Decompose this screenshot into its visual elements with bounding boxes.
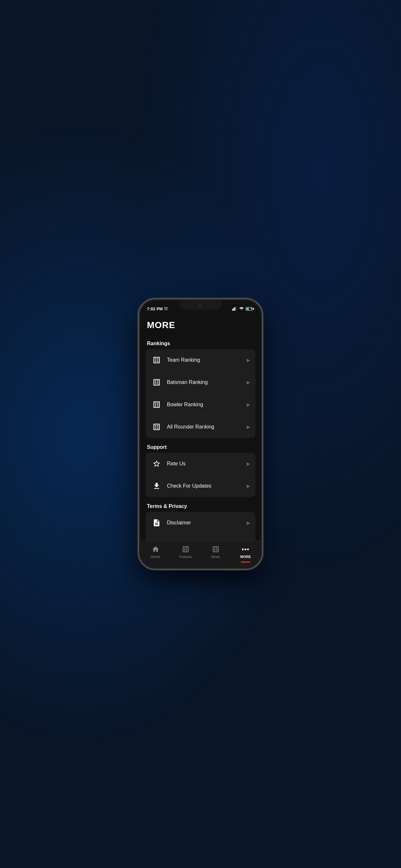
team-ranking-arrow: ▶ (247, 358, 250, 363)
disclaimer-arrow: ▶ (247, 520, 250, 525)
page-title: MORE (147, 320, 254, 330)
svg-rect-0 (232, 309, 233, 311)
notch (180, 301, 221, 310)
news-nav-label: News (211, 555, 220, 559)
team-ranking-icon (151, 354, 162, 366)
download-icon (152, 482, 161, 490)
rankings-card: Team Ranking ▶ Batsman Ranking ▶ (146, 349, 255, 438)
table-icon-2 (152, 378, 161, 386)
charging-icon (250, 307, 253, 310)
svg-rect-2 (235, 307, 235, 311)
alarm-icon (164, 307, 168, 311)
check-updates-icon (151, 480, 162, 492)
all-rounder-ranking-icon (151, 421, 162, 433)
battery-icon (246, 307, 254, 311)
support-section: Support Rate Us ▶ (141, 440, 260, 497)
terms-section: Terms & Privacy Disclaimer ▶ (141, 500, 260, 541)
batsman-ranking-arrow: ▶ (247, 380, 250, 385)
fixtures-nav-label: Fixtures (179, 555, 192, 559)
bottom-nav: Home Fixtures Ne (141, 541, 260, 567)
team-ranking-item[interactable]: Team Ranking ▶ (146, 349, 255, 371)
home-nav-icon (151, 545, 160, 554)
more-nav-label: MORE (240, 555, 251, 559)
disclaimer-item[interactable]: Disclaimer ▶ (146, 512, 255, 534)
bowler-ranking-arrow: ▶ (247, 402, 250, 407)
all-rounder-ranking-item[interactable]: All Rounder Ranking ▶ (146, 416, 255, 438)
wifi-icon (239, 307, 244, 311)
terms-header: Terms & Privacy (141, 500, 260, 512)
phone-frame: 7:02 PM (137, 298, 264, 570)
all-rounder-ranking-label: All Rounder Ranking (167, 424, 247, 430)
batsman-ranking-item[interactable]: Batsman Ranking ▶ (146, 371, 255, 394)
table-icon-1 (152, 356, 161, 364)
check-updates-arrow: ▶ (247, 484, 250, 489)
time-display: 7:02 PM (147, 306, 163, 311)
team-ranking-label: Team Ranking (167, 357, 247, 363)
svg-rect-1 (233, 308, 234, 311)
document-icon (152, 519, 161, 527)
bowler-ranking-item[interactable]: Bowler Ranking ▶ (146, 394, 255, 416)
rankings-header: Rankings (141, 337, 260, 349)
all-rounder-ranking-arrow: ▶ (247, 424, 250, 430)
table-icon-4 (152, 423, 161, 431)
table-icon-3 (152, 400, 161, 409)
phone-wrapper: 7:02 PM (137, 298, 264, 570)
fixtures-nav-icon (181, 545, 190, 554)
nav-more[interactable]: ••• MORE (230, 544, 260, 560)
news-icon (212, 546, 220, 553)
app-content[interactable]: MORE Rankings Team Ranking (141, 315, 260, 541)
bowler-ranking-icon (151, 399, 162, 410)
front-camera (199, 304, 202, 307)
star-icon (152, 460, 161, 468)
terms-card: Disclaimer ▶ Privacy Policy ▶ (146, 512, 255, 541)
more-nav-icon: ••• (242, 545, 250, 554)
batsman-ranking-label: Batsman Ranking (167, 379, 247, 385)
page-header: MORE (141, 315, 260, 337)
home-nav-label: Home (151, 555, 160, 559)
calendar-icon (182, 546, 189, 553)
rankings-section: Rankings Team Ranking ▶ (141, 337, 260, 438)
rate-us-label: Rate Us (167, 461, 247, 467)
rate-us-item[interactable]: Rate Us ▶ (146, 453, 255, 475)
rate-us-arrow: ▶ (247, 461, 250, 466)
nav-news[interactable]: News (201, 544, 230, 560)
nav-fixtures[interactable]: Fixtures (171, 544, 201, 560)
signal-icon (232, 307, 237, 311)
check-updates-label: Check For Updates (167, 483, 247, 489)
support-card: Rate Us ▶ Check For Updates ▶ (146, 453, 255, 497)
disclaimer-icon (151, 517, 162, 529)
privacy-policy-item[interactable]: Privacy Policy ▶ (146, 534, 255, 541)
nav-home[interactable]: Home (141, 544, 171, 560)
screen: 7:02 PM (141, 301, 260, 567)
svg-rect-3 (235, 307, 236, 311)
rate-us-icon (151, 458, 162, 469)
disclaimer-label: Disclaimer (167, 520, 247, 526)
bowler-ranking-label: Bowler Ranking (167, 402, 247, 407)
status-icons (232, 307, 254, 311)
check-updates-item[interactable]: Check For Updates ▶ (146, 475, 255, 497)
more-dots-icon: ••• (242, 546, 249, 553)
home-icon (152, 546, 159, 553)
status-time: 7:02 PM (147, 306, 168, 311)
batsman-ranking-icon (151, 376, 162, 388)
news-nav-icon (212, 545, 220, 554)
support-header: Support (141, 440, 260, 453)
